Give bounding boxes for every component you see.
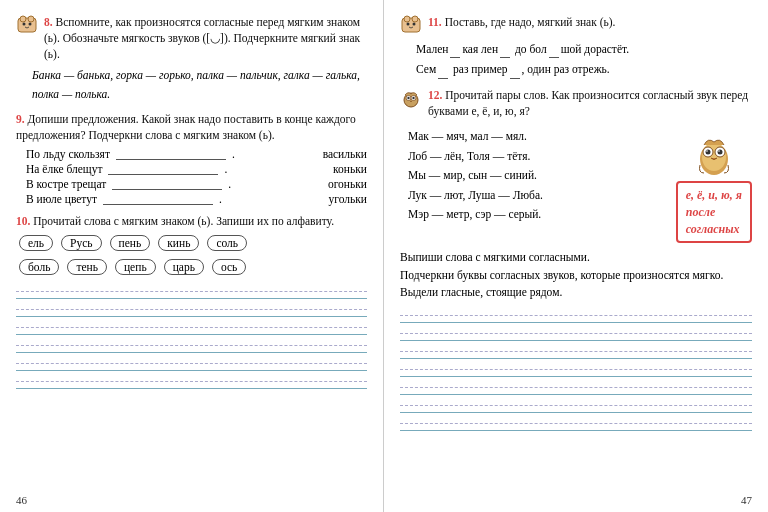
fill-blank[interactable] [500,57,510,58]
svg-point-14 [412,97,414,99]
right-page: 11. Поставь, где надо, мягкий знак (ь). … [384,0,768,512]
fill-blank[interactable] [450,57,460,58]
svg-point-20 [717,149,722,154]
svg-point-13 [407,97,409,99]
task12-header: 12. Прочитай пары слов. Как произносится… [428,87,752,119]
writing-line[interactable] [16,317,367,335]
fill-line[interactable] [116,159,226,160]
word-ель: ель [19,235,53,251]
fill-blank[interactable] [510,78,520,79]
task12-instructions: Выпиши слова с мягкими согласными. Подче… [400,249,752,301]
writing-line[interactable] [400,413,752,431]
writing-line[interactable] [16,353,367,371]
writing-line[interactable] [16,335,367,353]
task-8: 8. Вспомните, как произносятся согласные… [16,14,367,103]
task8-example: Банка — банька, горка — горько, палка — … [32,66,367,103]
svg-point-9 [413,23,416,26]
fill-line[interactable] [112,189,222,190]
svg-point-1 [20,16,26,22]
page-number-right: 47 [741,494,752,506]
svg-point-22 [718,150,720,152]
writing-line[interactable] [16,299,367,317]
fill-blank[interactable] [549,57,559,58]
writing-line[interactable] [400,305,752,323]
svg-point-8 [407,23,410,26]
writing-line[interactable] [400,395,752,413]
word-ось: ось [212,259,246,275]
task9-row4: В июле цветут . угольки [26,193,367,205]
page-number-left: 46 [16,494,27,506]
owl-area: е, ё, и, ю, я после согласных [676,127,752,243]
word-русь: Русь [61,235,102,251]
svg-point-21 [706,150,708,152]
fill-line[interactable] [108,174,218,175]
task-11: 11. Поставь, где надо, мягкий знак (ь). … [400,14,752,79]
task8-text: 8. Вспомните, как произносятся согласные… [44,14,367,62]
task10-text: 10. Прочитай слова с мягким знаком (ь). … [16,213,367,229]
word-царь: царь [164,259,204,275]
fill-line[interactable] [103,204,213,205]
task9-row1: По льду скользят . васильки [26,148,367,160]
word-соль: соль [207,235,247,251]
word-тень: тень [67,259,107,275]
words-row2: боль тень цепь царь ось [16,257,367,277]
svg-point-2 [28,16,34,22]
svg-point-19 [705,149,710,154]
svg-point-10 [404,93,418,107]
words-row1: ель Русь пень кинь соль [16,233,367,253]
bear-icon-2 [400,14,422,36]
svg-point-6 [404,16,410,22]
writing-line[interactable] [16,371,367,389]
writing-line[interactable] [400,377,752,395]
writing-lines-10 [16,281,367,389]
writing-line[interactable] [400,323,752,341]
task9-row3: В костре трещат . огоньки [26,178,367,190]
task9-text: 9. Допиши предложения. Какой знак надо п… [16,111,367,143]
task9-row2: На ёлке блещут . коньки [26,163,367,175]
task-9: 9. Допиши предложения. Какой знак надо п… [16,111,367,205]
task-10: 10. Прочитай слова с мягким знаком (ь). … [16,213,367,389]
writing-lines-12 [400,305,752,431]
task-12: 12. Прочитай пары слов. Как произносится… [400,87,752,431]
task11-lines: Маленкая лен до болшой дорастёт. Сем раз… [416,40,752,79]
bear-icon [16,14,38,36]
writing-line[interactable] [16,281,367,299]
word-боль: боль [19,259,59,275]
svg-point-7 [412,16,418,22]
word-pairs: Мак — мяч, мал — мял. Лоб — лён, Толя — … [408,127,670,225]
word-пень: пень [110,235,151,251]
svg-point-4 [29,23,32,26]
word-цепь: цепь [115,259,156,275]
owl-illustration [690,127,738,181]
svg-point-3 [23,23,26,26]
word-кинь: кинь [158,235,199,251]
writing-line[interactable] [400,341,752,359]
fill-blank[interactable] [438,78,448,79]
soft-sign-box: е, ё, и, ю, я после согласных [676,181,752,243]
left-page: 8. Вспомните, как произносятся согласные… [0,0,384,512]
task11-header: 11. Поставь, где надо, мягкий знак (ь). [428,14,615,30]
writing-line[interactable] [400,359,752,377]
owl-icon [400,87,422,109]
